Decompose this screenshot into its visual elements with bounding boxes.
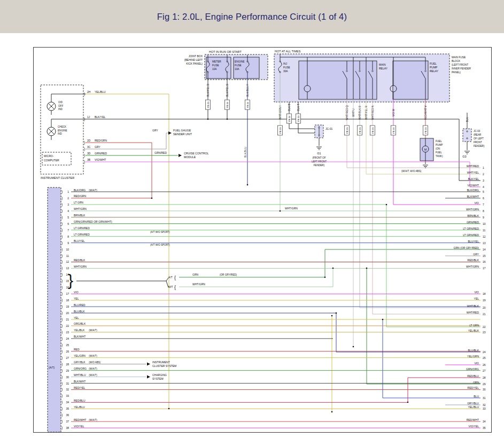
left-pin-label: GRN(GRN/RED OR GRN/WHT): [74, 220, 112, 223]
main-relay-box: [299, 61, 377, 99]
right-pin-number: 5: [483, 190, 484, 193]
engine-fuse-label: FUSE: [235, 64, 242, 67]
left-pin-note: (A/T W/O SPORT): [150, 244, 170, 246]
right-pin-label: VIO/WHT: [468, 184, 479, 187]
joint-box-label: (BEHIND LEFT: [184, 58, 203, 61]
terminal-dot: [346, 71, 347, 72]
at-bracket-label: A/T: [168, 276, 173, 279]
g1-location-label: FENDER): [314, 164, 325, 167]
main-fuse-block-label: BLOCK: [452, 60, 461, 62]
left-pin-number: 3: [67, 203, 69, 206]
right-pin-label: BLK/YEL: [468, 177, 479, 181]
right-pin-number: 16: [483, 260, 486, 263]
left-pin-label: RED/WHT: [74, 418, 86, 421]
pin-bracket-icon: ): [61, 381, 63, 386]
left-pin-label: LT GRN/RED: [74, 233, 90, 236]
ics-arrow-label: INSTRUMENT: [152, 361, 170, 364]
left-pin-label: RED/GRN: [74, 194, 86, 198]
left-pin-label: GRY/BLK: [74, 361, 86, 364]
engine-fuse-label: 10A: [235, 68, 239, 71]
left-pin-number: 26: [66, 350, 69, 353]
at-wire-note: (OR GRY/RED): [220, 273, 237, 276]
pin-bracket-icon: ): [84, 117, 85, 121]
right-pin-number: 10: [483, 222, 486, 225]
right-pin-number: 17: [483, 267, 486, 270]
left-pin-label: LT GRN/RED: [74, 226, 90, 230]
right-pin-number: 35: [483, 426, 486, 429]
left-pin-label: WHT/GRN: [74, 265, 87, 268]
pin-bracket-icon: ): [61, 375, 63, 379]
left-pin-note: (W/A/T): [89, 189, 97, 192]
right-pin-label: YEL/GRN: [467, 355, 479, 358]
junction-dot: [168, 408, 170, 410]
left-pin-number: 31: [66, 382, 69, 385]
joint-box-label: JOINT BOX: [189, 54, 203, 58]
left-pin-number: 34: [66, 401, 69, 404]
left-pin-number: 29: [66, 369, 69, 372]
right-pin-label: VIO/YEL: [469, 425, 479, 428]
cluster-pin-label: VIO/WHT: [95, 158, 106, 161]
meter-fuse-label: FUSE: [212, 64, 219, 67]
right-pin-label: BLK/WHT: [467, 195, 479, 198]
left-pin-number: 13: [66, 267, 69, 270]
left-pin-label: RED: [74, 348, 80, 351]
right-pin-label: GRY: [473, 253, 479, 256]
check-engine-label: IND: [58, 132, 63, 135]
pin-bracket-icon: ): [61, 292, 63, 296]
left-pin-number: 17: [66, 292, 69, 295]
main-fuse-block-label: MAIN FUSE: [452, 56, 466, 59]
od-off-label: O/D: [58, 101, 63, 104]
jc03-label: FENDER): [474, 145, 485, 147]
cluster-pin-id: 2H: [87, 90, 91, 93]
inj-fuse-label: INJ: [283, 62, 288, 65]
right-pin-number: 32: [483, 403, 486, 406]
g1-location-label: LEFT FRONT: [312, 160, 327, 163]
terminal-dot: [467, 131, 468, 132]
pin-bracket-icon: ): [61, 324, 63, 328]
fuel-pump-relay-label: RELAY: [430, 69, 439, 73]
terminal-dot: [425, 71, 426, 72]
pin-bracket-icon: ): [61, 426, 63, 430]
junction-dot: [336, 312, 337, 314]
cluster-pin-id: 3D: [87, 152, 91, 155]
left-pin-number: 8: [67, 235, 69, 238]
pin-bracket-icon: ): [61, 419, 63, 424]
left-pin-label: ORG/BLK: [74, 322, 86, 325]
left-pin-number: 1: [67, 190, 69, 193]
right-pin-label: GRN: [473, 381, 479, 384]
drop-wire-label: WHT/RED Q: [346, 105, 348, 120]
left-pin-label: YEL/GRN: [74, 354, 86, 357]
left-pin-number: 2: [67, 197, 69, 200]
drop-wire-label: WHT U: [352, 108, 355, 117]
left-pin-number: 5: [67, 216, 69, 219]
right-pin-number: 19: [483, 299, 486, 302]
right-pin-number: 30: [483, 388, 486, 391]
terminal-dot: [467, 138, 468, 139]
right-pin-number: 26: [483, 363, 486, 366]
right-pin-label: WHT/GRN: [466, 265, 479, 268]
drop-wire-label: WHT/BLK S: [359, 106, 361, 120]
terminal-dot: [372, 71, 373, 72]
pin-bracket-icon: ): [84, 147, 85, 151]
figure-header: Fig 1: 2.0L, Engine Performance Circuit …: [0, 0, 504, 33]
fb-connector-label: FB-03: [424, 127, 427, 134]
at-wire-label: GRN: [192, 273, 199, 276]
left-pin-note: (W/A/T): [89, 374, 97, 377]
right-pin-label: BLU/YEL: [468, 240, 479, 243]
right-pin-label: LT GRN/RED: [463, 227, 479, 230]
right-pin-number: 18: [483, 292, 486, 295]
left-pin-label: BLK/ORG: [74, 189, 86, 192]
fuel-pump-label: PUMP: [436, 144, 443, 146]
right-pin-label: WHT/RED: [467, 311, 479, 314]
pin-bracket-icon: ): [61, 349, 63, 354]
drop-wire-label: VIO W: [392, 108, 395, 116]
terminal-dot: [359, 71, 360, 72]
joint-box-label: KICK PANEL): [186, 62, 203, 65]
mt-wire-label: WHT/GRN: [192, 283, 205, 286]
left-pin-number: 11: [66, 254, 69, 257]
pin-bracket-icon: ): [61, 279, 63, 283]
left-pin-label: BLK/WHT: [74, 380, 86, 383]
hot-run-label: HOT IN RUN OR START: [209, 50, 242, 53]
main-relay-label: RELAY: [379, 67, 388, 70]
right-pin-number: 33: [483, 407, 486, 410]
